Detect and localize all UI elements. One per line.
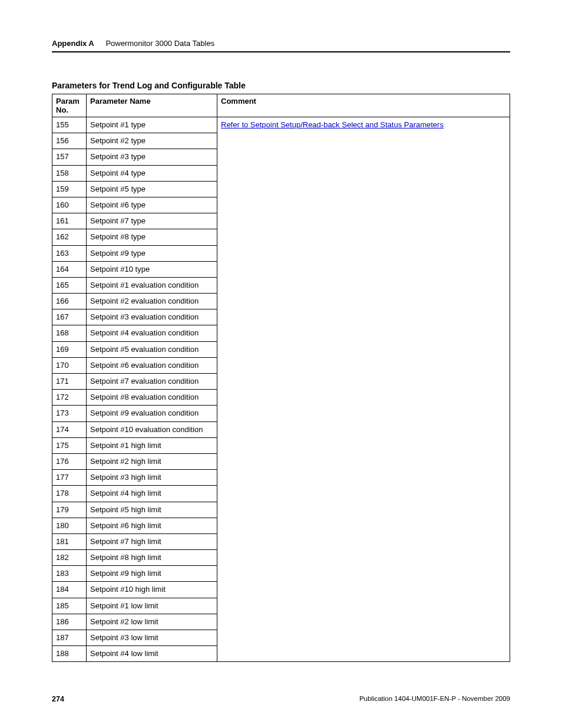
- param-name: Setpoint #5 evaluation condition: [87, 341, 217, 357]
- param-name: Setpoint #4 low limit: [87, 646, 217, 662]
- param-name: Setpoint #9 evaluation condition: [87, 406, 217, 421]
- param-name: Setpoint #1 high limit: [87, 437, 217, 453]
- param-name: Setpoint #10 evaluation condition: [87, 421, 217, 437]
- param-no: 168: [52, 325, 87, 341]
- parameters-table: Param No. Parameter Name Comment 155Setp…: [52, 94, 510, 662]
- col-header-no: Param No.: [52, 94, 87, 117]
- param-no: 178: [52, 486, 87, 502]
- param-no: 160: [52, 197, 87, 213]
- param-name: Setpoint #4 high limit: [87, 486, 217, 502]
- param-name: Setpoint #8 type: [87, 229, 217, 245]
- param-no: 174: [52, 421, 87, 437]
- param-name: Setpoint #3 evaluation condition: [87, 309, 217, 325]
- param-name: Setpoint #10 high limit: [87, 582, 217, 598]
- param-no: 176: [52, 453, 87, 469]
- table-row: 155Setpoint #1 typeRefer to Setpoint Set…: [52, 117, 510, 133]
- param-name: Setpoint #5 type: [87, 181, 217, 197]
- table-title: Parameters for Trend Log and Configurabl…: [52, 81, 510, 90]
- param-no: 186: [52, 614, 87, 630]
- running-header: Appendix A Powermonitor 3000 Data Tables: [52, 39, 510, 48]
- comment-cell: Refer to Setpoint Setup/Read-back Select…: [217, 117, 510, 662]
- param-name: Setpoint #1 type: [87, 117, 217, 133]
- param-name: Setpoint #1 evaluation condition: [87, 277, 217, 293]
- col-header-comment: Comment: [217, 94, 510, 117]
- param-no: 182: [52, 550, 87, 566]
- param-no: 167: [52, 309, 87, 325]
- param-no: 181: [52, 533, 87, 549]
- publication-info: Publication 1404-UM001F-EN-P - November …: [359, 695, 510, 702]
- col-header-name: Parameter Name: [87, 94, 217, 117]
- param-no: 173: [52, 406, 87, 421]
- param-name: Setpoint #8 high limit: [87, 550, 217, 566]
- param-name: Setpoint #5 high limit: [87, 502, 217, 518]
- param-no: 161: [52, 213, 87, 229]
- param-name: Setpoint #7 evaluation condition: [87, 374, 217, 390]
- param-no: 177: [52, 470, 87, 486]
- param-no: 170: [52, 357, 87, 373]
- param-no: 155: [52, 117, 87, 133]
- param-no: 179: [52, 502, 87, 518]
- param-no: 158: [52, 165, 87, 181]
- param-no: 172: [52, 390, 87, 406]
- param-name: Setpoint #6 evaluation condition: [87, 357, 217, 373]
- chapter-label: Powermonitor 3000 Data Tables: [105, 39, 214, 48]
- param-no: 180: [52, 518, 87, 533]
- param-name: Setpoint #2 high limit: [87, 453, 217, 469]
- appendix-label: Appendix A: [52, 39, 94, 48]
- param-name: Setpoint #7 type: [87, 213, 217, 229]
- param-name: Setpoint #10 type: [87, 261, 217, 277]
- param-no: 164: [52, 261, 87, 277]
- param-no: 156: [52, 133, 87, 149]
- param-no: 184: [52, 582, 87, 598]
- param-name: Setpoint #4 evaluation condition: [87, 325, 217, 341]
- param-name: Setpoint #6 high limit: [87, 518, 217, 533]
- param-no: 157: [52, 149, 87, 165]
- param-name: Setpoint #2 type: [87, 133, 217, 149]
- param-name: Setpoint #2 low limit: [87, 614, 217, 630]
- param-name: Setpoint #9 high limit: [87, 566, 217, 582]
- param-name: Setpoint #1 low limit: [87, 598, 217, 614]
- param-no: 188: [52, 646, 87, 662]
- param-no: 171: [52, 374, 87, 390]
- param-no: 166: [52, 294, 87, 309]
- param-no: 165: [52, 277, 87, 293]
- param-name: Setpoint #9 type: [87, 245, 217, 261]
- page-footer: 274 Publication 1404-UM001F-EN-P - Novem…: [52, 695, 510, 703]
- param-no: 162: [52, 229, 87, 245]
- param-no: 163: [52, 245, 87, 261]
- param-no: 187: [52, 630, 87, 646]
- param-name: Setpoint #4 type: [87, 165, 217, 181]
- param-name: Setpoint #7 high limit: [87, 533, 217, 549]
- param-name: Setpoint #2 evaluation condition: [87, 294, 217, 309]
- param-name: Setpoint #3 high limit: [87, 470, 217, 486]
- header-rule: [52, 51, 510, 52]
- param-name: Setpoint #8 evaluation condition: [87, 390, 217, 406]
- param-no: 175: [52, 437, 87, 453]
- param-no: 159: [52, 181, 87, 197]
- page-number: 274: [52, 695, 64, 703]
- comment-link[interactable]: Refer to Setpoint Setup/Read-back Select…: [221, 120, 444, 129]
- param-no: 185: [52, 598, 87, 614]
- param-no: 183: [52, 566, 87, 582]
- param-name: Setpoint #3 low limit: [87, 630, 217, 646]
- param-name: Setpoint #3 type: [87, 149, 217, 165]
- param-name: Setpoint #6 type: [87, 197, 217, 213]
- param-no: 169: [52, 341, 87, 357]
